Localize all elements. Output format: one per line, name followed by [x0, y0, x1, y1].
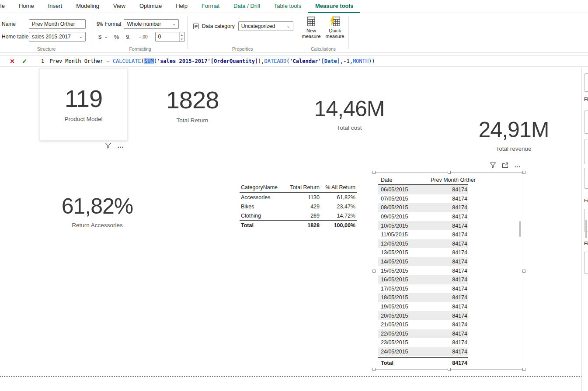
filter-icon[interactable]	[105, 142, 111, 149]
table-row[interactable]: Accessories113061,82%	[240, 193, 357, 202]
home-table-select[interactable]: sales 2015-2017 ⌄	[29, 32, 86, 42]
selection-handle[interactable]	[372, 171, 376, 174]
category-header-cell: % All Return	[321, 184, 357, 190]
format-select[interactable]: Whole number ⌄	[124, 19, 179, 29]
selection-handle[interactable]	[448, 171, 451, 174]
table-row[interactable]: 14/05/201584174	[378, 257, 468, 266]
cancel-formula-icon[interactable]: ✕	[6, 58, 18, 65]
format-icon: $%	[96, 19, 104, 29]
format-value: Whole number	[127, 21, 161, 27]
date-cell: 06/05/2015	[378, 187, 431, 193]
card-label: Return Accessories	[72, 222, 122, 228]
pane-scrollbar[interactable]	[585, 220, 587, 238]
more-options-icon[interactable]: …	[514, 163, 521, 167]
table-row[interactable]: 18/05/201584174	[378, 293, 468, 302]
card-value: 119	[65, 87, 102, 111]
table-row[interactable]: 23/05/201584174	[378, 338, 468, 347]
quick-measure-button[interactable]: Quick measure	[323, 16, 347, 39]
decimal-places-stepper[interactable]: ▴ ▾	[155, 32, 185, 42]
tab-measure-tools[interactable]: Measure tools	[308, 0, 360, 13]
formula-token: 'Calendar'	[289, 58, 321, 64]
formula-bar: ✕ ✓ 1 Prev Month Orther = CALCULATE(SUM(…	[0, 55, 588, 67]
formula-token: DATEADD	[264, 58, 287, 64]
table-row[interactable]: 13/05/201584174	[378, 248, 468, 257]
tab-file[interactable]: File	[0, 0, 12, 13]
thousands-separator-icon[interactable]: 9,	[125, 32, 132, 42]
date-table-visual[interactable]: Date Prev Month Orther 06/05/20158417407…	[374, 172, 524, 370]
filter-card[interactable]	[584, 139, 588, 164]
currency-format-icon[interactable]: $⌄	[97, 32, 109, 42]
tab-insert[interactable]: Insert	[41, 0, 70, 13]
table-row[interactable]: 15/05/201584174	[378, 266, 468, 275]
value-cell: 84174	[431, 241, 468, 247]
value-cell: 84174	[431, 322, 468, 328]
new-measure-button[interactable]: New measure	[300, 16, 322, 39]
tab-table-tools[interactable]: Table tools	[267, 0, 308, 13]
table-row[interactable]: 16/05/201584174	[378, 275, 468, 284]
tab-help[interactable]: Help	[169, 0, 195, 13]
table-row[interactable]: 11/05/201584174	[378, 230, 468, 239]
tab-home[interactable]: Home	[12, 0, 41, 13]
category-table-total-row: Total1828100,00%	[240, 220, 357, 230]
card-product-model[interactable]: 119 Product Model	[39, 68, 128, 141]
data-category-select[interactable]: Uncategorized ⌄	[238, 21, 293, 31]
table-row[interactable]: 08/05/201584174	[378, 203, 468, 212]
selection-handle[interactable]	[522, 368, 525, 371]
filter-card[interactable]	[584, 111, 588, 134]
tab-view[interactable]: View	[106, 0, 132, 13]
tab-format[interactable]: Format	[195, 0, 226, 13]
percent-format-icon[interactable]: %	[113, 32, 121, 42]
date-cell: 14/05/2015	[378, 259, 431, 265]
selection-handle[interactable]	[372, 270, 376, 273]
focus-mode-icon[interactable]	[502, 162, 508, 168]
table-row[interactable]: 17/05/201584174	[378, 284, 468, 294]
more-options-icon[interactable]: …	[117, 144, 124, 147]
card-return-accessories[interactable]: 61,82% Return Accessories	[44, 190, 151, 233]
category-table-visual[interactable]: CategoryNameTotal Return% All Return Acc…	[240, 183, 357, 230]
table-row[interactable]: 21/05/201584174	[378, 320, 468, 329]
table-row[interactable]: 09/05/201584174	[378, 212, 468, 221]
table-row[interactable]: Bikes42923,47%	[240, 202, 357, 211]
formula-input[interactable]: 1 Prev Month Orther = CALCULATE(SUM('sal…	[41, 58, 375, 64]
date-cell: 17/05/2015	[378, 286, 431, 292]
cell: 1130	[286, 194, 321, 201]
tab-optimize[interactable]: Optimize	[132, 0, 169, 13]
stepper-down-icon[interactable]: ▾	[180, 37, 184, 41]
decimal-places-icon[interactable]: →.00	[136, 32, 149, 42]
stepper-up-icon[interactable]: ▴	[180, 32, 184, 37]
table-row[interactable]: 07/05/201584174	[378, 194, 468, 204]
tab-data-drill[interactable]: Data / Drill	[226, 0, 267, 13]
table-row[interactable]: 20/05/201584174	[378, 311, 468, 320]
filter-card[interactable]	[584, 73, 588, 92]
measure-name-input[interactable]	[29, 19, 86, 29]
stepper-buttons: ▴ ▾	[179, 32, 184, 41]
card-total-revenue[interactable]: 24,91M Total revenue	[465, 114, 563, 156]
date-table-scrollbar[interactable]	[519, 221, 521, 237]
ribbon-tab-bar: FileHomeInsertModelingViewOptimizeHelpFo…	[0, 0, 588, 13]
selection-handle[interactable]	[372, 368, 376, 371]
table-row[interactable]: 10/05/201584174	[378, 221, 468, 230]
commit-formula-icon[interactable]: ✓	[18, 58, 31, 65]
decimal-places-input[interactable]	[156, 32, 179, 41]
filter-card[interactable]	[584, 252, 588, 274]
table-row[interactable]: 24/05/201584174	[378, 347, 468, 356]
chevron-down-icon: ⌄	[172, 22, 176, 26]
table-row[interactable]: 12/05/201584174	[378, 239, 468, 249]
card-total-cost[interactable]: 14,46M Total cost	[301, 93, 397, 135]
selection-handle[interactable]	[448, 368, 451, 371]
table-row[interactable]: Clothing26914,72%	[240, 211, 357, 220]
card-total-return[interactable]: 1828 Total Return	[149, 86, 236, 126]
date-table-total-row: Total 84174	[378, 357, 468, 368]
table-row[interactable]: 19/05/201584174	[378, 302, 468, 311]
selection-handle[interactable]	[522, 270, 525, 273]
dollar-glyph: $	[98, 34, 101, 40]
filter-icon[interactable]	[490, 162, 496, 168]
selection-handle[interactable]	[522, 171, 525, 174]
filter-card[interactable]	[584, 168, 588, 189]
table-row[interactable]: 06/05/201584174	[378, 185, 468, 194]
table-row[interactable]: 22/05/201584174	[378, 329, 468, 339]
card-value: 14,46M	[314, 98, 385, 120]
value-cell: 84174	[431, 268, 468, 274]
quick-measure-label: Quick measure	[323, 28, 347, 39]
tab-modeling[interactable]: Modeling	[69, 0, 106, 13]
